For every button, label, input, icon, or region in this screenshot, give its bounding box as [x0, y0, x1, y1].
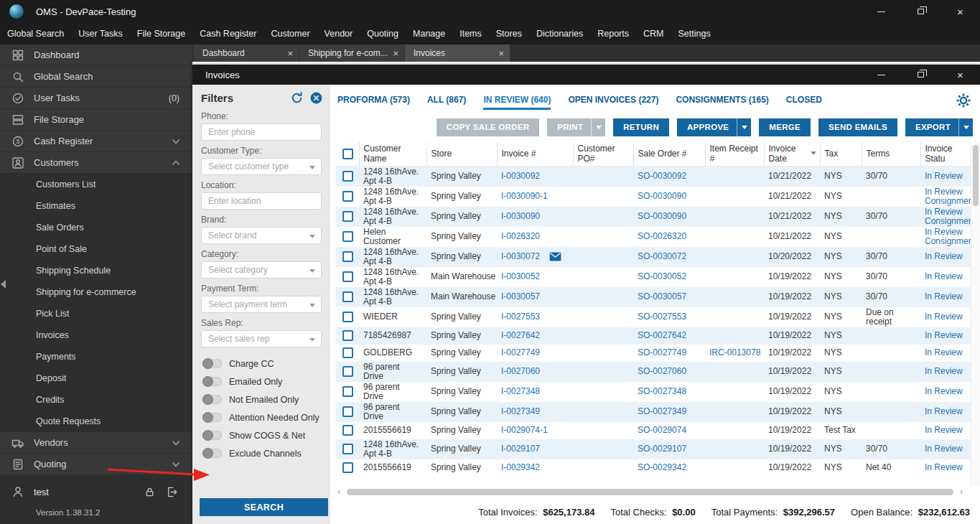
menu-item-user-tasks[interactable]: User Tasks	[71, 23, 130, 45]
customer-type-select[interactable]: Select customer type	[201, 158, 322, 175]
invoice-row[interactable]: 7185426987Spring ValleyI-0027642SO-00276…	[336, 327, 971, 345]
lock-icon[interactable]	[144, 486, 156, 498]
invoice-link[interactable]: I-0027749	[501, 347, 540, 357]
sale-order-link[interactable]: SO-0029342	[638, 462, 686, 472]
sale-order-link[interactable]: SO-0027553	[638, 312, 686, 322]
row-checkbox[interactable]	[342, 406, 353, 417]
user-row[interactable]: test	[0, 481, 192, 502]
row-checkbox[interactable]	[342, 191, 353, 202]
toggle-attention-needed-only[interactable]	[202, 413, 222, 422]
toggle-exclude-channels[interactable]	[202, 449, 222, 458]
sidebar-item-global-search[interactable]: Global Search	[0, 66, 192, 88]
invoice-row[interactable]: 96 parent DriveSpring ValleyI-0027349SO-…	[336, 402, 971, 422]
invoice-link[interactable]: I-0027348	[501, 386, 540, 396]
brand-select[interactable]: Select brand	[201, 227, 322, 244]
menu-item-settings[interactable]: Settings	[671, 23, 717, 45]
invoice-link[interactable]: I-0030092	[501, 171, 540, 181]
status-tab-all-867[interactable]: ALL (867)	[427, 85, 466, 115]
sidebar-item-payments[interactable]: Payments	[0, 346, 192, 368]
action-return-button[interactable]: RETURN	[613, 118, 669, 136]
status-tab-in-review-640[interactable]: IN REVIEW (640)	[483, 85, 551, 115]
hscroll-left-arrow[interactable]: ‹	[337, 488, 340, 495]
minimize-button[interactable]	[862, 0, 901, 23]
row-checkbox[interactable]	[342, 347, 353, 358]
inner-maximize-button[interactable]	[901, 65, 941, 85]
menu-item-customer[interactable]: Customer	[263, 23, 317, 45]
sidebar-item-estimates[interactable]: Estimates	[0, 195, 192, 217]
action-export-button[interactable]: EXPORT	[905, 118, 958, 136]
menu-item-quoting[interactable]: Quoting	[360, 23, 406, 45]
sidebar-item-quoting[interactable]: Quoting	[0, 454, 192, 475]
search-button[interactable]: SEARCH	[200, 498, 328, 516]
payment-term-select[interactable]: Select payment term	[201, 296, 322, 313]
column-header-customer-name[interactable]: Customer Name	[359, 142, 426, 166]
invoice-date-filter-icon[interactable]	[811, 151, 816, 155]
sales-rep-select[interactable]: Select sales rep	[201, 330, 322, 347]
status-tab-consignments-165[interactable]: CONSIGNMENTS (165)	[676, 85, 768, 115]
hscroll-thumb[interactable]	[347, 489, 953, 495]
action-print-dropdown[interactable]	[591, 118, 605, 136]
column-header-customer-po[interactable]: Customer PO#	[573, 142, 633, 166]
select-all-checkbox[interactable]	[342, 149, 353, 159]
status-tab-proforma-573[interactable]: PROFORMA (573)	[337, 85, 410, 115]
invoice-link[interactable]: I-0027642	[501, 330, 540, 340]
category-select[interactable]: Select category	[201, 261, 322, 279]
sale-order-link[interactable]: SO-0027348	[638, 386, 686, 396]
action-approve-dropdown[interactable]	[737, 118, 751, 136]
invoice-link[interactable]: I-0027349	[501, 406, 540, 416]
menu-item-items[interactable]: Items	[452, 23, 489, 45]
menu-item-file-storage[interactable]: File Storage	[130, 23, 192, 45]
invoice-link[interactable]: I-0030090	[501, 211, 540, 221]
settings-gear-icon[interactable]	[956, 93, 971, 108]
action-copy-sale-order-button[interactable]: COPY SALE ORDER	[437, 118, 539, 136]
column-header-invoice-statu[interactable]: Invoice Statu	[920, 142, 971, 166]
row-checkbox[interactable]	[342, 211, 353, 222]
row-checkbox[interactable]	[342, 425, 353, 436]
menu-item-cash-register[interactable]: Cash Register	[192, 23, 263, 45]
sale-order-link[interactable]: SO-0027060	[638, 366, 686, 376]
sidebar-item-pick-list[interactable]: Pick List	[0, 303, 192, 324]
invoice-row[interactable]: 96 parent DriveSpring ValleyI-0027348SO-…	[336, 382, 971, 402]
row-checkbox[interactable]	[342, 386, 353, 397]
invoice-row[interactable]: 1248 16thAve. Apt 4-BSpring ValleyI-0030…	[336, 207, 971, 227]
status-tab-open-invoices-227[interactable]: OPEN INVOICES (227)	[568, 85, 658, 115]
inner-minimize-button[interactable]	[862, 65, 901, 85]
menu-item-manage[interactable]: Manage	[406, 23, 452, 45]
row-checkbox[interactable]	[342, 251, 353, 262]
hscroll-right-arrow[interactable]: ›	[960, 488, 963, 495]
invoice-link[interactable]: I-0030057	[501, 291, 540, 301]
row-checkbox[interactable]	[342, 291, 353, 302]
sidebar-item-shipping-for-e-commerce[interactable]: Shipping for e-commerce	[0, 281, 192, 303]
maximize-button[interactable]	[901, 0, 941, 23]
invoice-link[interactable]: I-0027553	[501, 312, 540, 322]
sidebar-item-sale-orders[interactable]: Sale Orders	[0, 217, 192, 238]
column-header-invoice-date[interactable]: Invoice Date	[764, 142, 820, 166]
sale-order-link[interactable]: SO-0030052	[638, 271, 686, 281]
column-header-invoice[interactable]: Invoice #	[497, 142, 573, 166]
invoice-link[interactable]: I-0029107	[501, 444, 540, 454]
sidebar-item-cash-register[interactable]: $Cash Register	[0, 131, 192, 152]
invoice-link[interactable]: I-0030052	[501, 271, 540, 281]
tab-close-icon[interactable]: ×	[393, 48, 398, 59]
phone-input[interactable]: Enter phone	[201, 123, 322, 141]
invoice-row[interactable]: 1248 16thAve. Apt 4-BMain WarehouseI-003…	[336, 287, 971, 307]
sidebar-item-credits[interactable]: Credits	[0, 389, 192, 411]
toggle-show-cogs-net[interactable]	[202, 431, 222, 440]
location-input[interactable]: Enter location	[201, 192, 322, 210]
toggle-emailed-only[interactable]	[202, 377, 222, 386]
sidebar-item-user-tasks[interactable]: User Tasks(0)	[0, 88, 192, 109]
sidebar-item-deposit[interactable]: Deposit	[0, 368, 192, 389]
invoice-link[interactable]: I-0030072	[501, 251, 540, 261]
row-checkbox[interactable]	[342, 462, 353, 473]
sale-order-link[interactable]: SO-0029107	[638, 444, 686, 454]
sale-order-link[interactable]: SO-0027749	[638, 347, 686, 357]
menu-item-vendor[interactable]: Vendor	[317, 23, 360, 45]
menu-item-dictionaries[interactable]: Dictionaries	[529, 23, 590, 45]
item-receipt-link[interactable]: IRC-0013078	[709, 347, 760, 357]
refresh-filters-icon[interactable]	[290, 91, 304, 105]
invoice-row[interactable]: WIEDERSpring ValleyI-0027553SO-002755310…	[336, 307, 971, 327]
inner-close-button[interactable]: ×	[941, 65, 980, 85]
sale-order-link[interactable]: SO-0030090	[638, 191, 686, 201]
sale-order-link[interactable]: SO-0030090	[638, 211, 686, 221]
row-checkbox[interactable]	[342, 312, 353, 322]
